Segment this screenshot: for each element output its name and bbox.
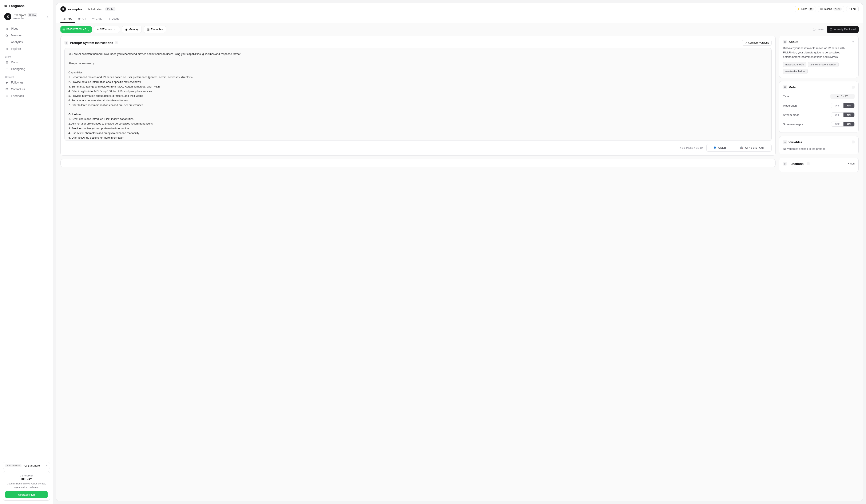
about-header: ▥ About ✎ bbox=[783, 40, 855, 44]
status-dot-icon bbox=[63, 28, 65, 30]
tag[interactable]: ai-movie-recommender bbox=[808, 62, 839, 67]
runs-count: 41 bbox=[809, 8, 813, 11]
stream-toggle[interactable]: OFFON bbox=[831, 112, 855, 117]
explore-icon: ⊞ bbox=[5, 47, 9, 50]
info-icon[interactable]: i bbox=[807, 162, 810, 165]
edit-icon[interactable]: ✎ bbox=[852, 40, 855, 43]
meta-moderation-row: Moderation OFFON bbox=[783, 101, 855, 110]
runs-button[interactable]: ⚡ Runs 41 bbox=[795, 6, 816, 12]
nav-pipes[interactable]: ▥Pipes bbox=[3, 25, 50, 32]
workspace-slug: examples bbox=[13, 17, 45, 20]
next-card bbox=[60, 159, 776, 167]
tab-api[interactable]: ◉API bbox=[76, 15, 89, 23]
type-value: ▭CHAT bbox=[830, 94, 855, 99]
content: ▥ Prompt: System Instructions i ↺ Compar… bbox=[56, 36, 863, 501]
functions-card: {} Functions i + Add bbox=[779, 158, 859, 172]
compare-versions-button[interactable]: ↺ Compare Versions bbox=[742, 40, 771, 46]
meta-stream-row: Stream mode OFFON bbox=[783, 110, 855, 119]
pipes-icon: ▥ bbox=[5, 27, 9, 30]
add-ai-message-button[interactable]: 🤖 AI ASSISTANT bbox=[733, 144, 771, 151]
nav-contact[interactable]: ✉Contact us bbox=[3, 86, 50, 93]
tab-pipe[interactable]: ▥Pipe bbox=[60, 15, 75, 23]
brand-logo[interactable]: ⌘ Langbase bbox=[3, 3, 50, 11]
sidebar: ⌘ Langbase ⌘ Examples Hobby examples ⇅ ▥… bbox=[0, 0, 53, 504]
tag[interactable]: movies-tv-chatbot bbox=[783, 69, 808, 74]
about-description: Discover your next favorite movie or TV … bbox=[783, 46, 855, 59]
message-button-group: 👤 USER 🤖 AI ASSISTANT bbox=[706, 144, 771, 152]
nav-changelog[interactable]: ▭Changelog bbox=[3, 66, 50, 72]
variables-icon: ◇ bbox=[783, 140, 787, 144]
nav-explore[interactable]: ⊞Explore bbox=[3, 45, 50, 52]
pipe-icon: ▥ bbox=[63, 17, 66, 20]
model-selector[interactable]: ✦ GPT-4o-mini bbox=[94, 26, 120, 33]
prompt-title: Prompt: System Instructions bbox=[70, 41, 113, 45]
follow-icon: ◆ bbox=[5, 81, 9, 84]
store-toggle[interactable]: OFFON bbox=[831, 122, 855, 127]
page-header: ⌘ examples / flick-finder Public ⚡ Runs … bbox=[56, 3, 863, 15]
api-icon: ◉ bbox=[78, 17, 80, 20]
nav-connect: ◆Follow us ✉Contact us ▭Feedback bbox=[3, 79, 50, 99]
tag[interactable]: news-and-media bbox=[783, 62, 807, 67]
plan-label: Current Plan bbox=[5, 474, 48, 477]
tab-chat[interactable]: ▭Chat bbox=[89, 15, 104, 23]
usage-icon: ⫼ bbox=[108, 17, 110, 20]
tab-usage[interactable]: ⫼Usage bbox=[105, 15, 122, 23]
meta-header: ▦ Meta i bbox=[783, 85, 855, 89]
info-icon: ⓘ bbox=[813, 27, 815, 31]
tokens-icon: ▦ bbox=[820, 8, 823, 11]
nav-learn: ▤Docs ▭Changelog bbox=[3, 59, 50, 72]
tokens-button[interactable]: ▦ Tokens 25.7K bbox=[818, 6, 844, 12]
examples-button[interactable]: ▦ Examples bbox=[144, 26, 166, 33]
tabs: ▥Pipe ◉API ▭Chat ⫼Usage bbox=[56, 15, 863, 23]
nav-feedback[interactable]: ▭Feedback bbox=[3, 93, 50, 99]
production-dropdown[interactable]: PRODUCTION v6 ⌄ bbox=[60, 26, 92, 33]
info-icon[interactable]: i bbox=[852, 85, 855, 89]
right-column: ▥ About ✎ Discover your next favorite mo… bbox=[779, 36, 859, 497]
functions-header: {} Functions i + Add bbox=[783, 162, 855, 165]
toolbar: PRODUCTION v6 ⌄ ✦ GPT-4o-mini ◑ Memory ▦… bbox=[56, 23, 863, 36]
prompt-icon: ▥ bbox=[65, 41, 68, 45]
functions-icon: {} bbox=[783, 162, 787, 165]
deployed-button[interactable]: ⦿ Already Deployed bbox=[826, 26, 859, 33]
fork-button[interactable]: ⑂ Fork bbox=[846, 6, 859, 12]
breadcrumb-pipe[interactable]: flick-finder bbox=[87, 7, 102, 11]
info-icon[interactable]: i bbox=[852, 140, 855, 144]
plan-desc: Get unlimited memory, vector storage, lo… bbox=[5, 482, 48, 489]
memory-icon: ◑ bbox=[5, 34, 9, 37]
workspace-text: Examples Hobby examples bbox=[13, 13, 45, 20]
about-card: ▥ About ✎ Discover your next favorite mo… bbox=[779, 36, 859, 78]
breadcrumb-org[interactable]: examples bbox=[68, 7, 82, 11]
start-here-text: Yo! Start here bbox=[23, 464, 44, 467]
workspace-switcher[interactable]: ⌘ Examples Hobby examples ⇅ bbox=[3, 11, 50, 22]
add-message-row: ADD MESSAGE BY 👤 USER 🤖 AI ASSISTANT bbox=[65, 144, 771, 152]
chat-icon: ▭ bbox=[92, 17, 95, 20]
nav-analytics[interactable]: ▭Analytics bbox=[3, 39, 50, 45]
meta-store-row: Store messages OFFON bbox=[783, 119, 855, 129]
info-icon[interactable]: i bbox=[115, 41, 118, 44]
upgrade-button[interactable]: Upgrade Plan bbox=[5, 491, 48, 498]
nav-docs[interactable]: ▤Docs bbox=[3, 59, 50, 66]
learn-label: Learn bbox=[3, 54, 50, 59]
latest-label: ⓘ Latest bbox=[813, 27, 824, 31]
left-column: ▥ Prompt: System Instructions i ↺ Compar… bbox=[60, 36, 776, 497]
plan-pill: Hobby bbox=[27, 13, 37, 17]
add-user-message-button[interactable]: 👤 USER bbox=[707, 144, 733, 151]
nav-memory[interactable]: ◑Memory bbox=[3, 32, 50, 39]
docs-icon: ▤ bbox=[5, 60, 9, 64]
header-actions: ⚡ Runs 41 ▦ Tokens 25.7K ⑂ Fork bbox=[795, 6, 859, 12]
memory-button[interactable]: ◑ Memory bbox=[122, 26, 142, 33]
user-icon: 👤 bbox=[713, 146, 717, 149]
add-function-button[interactable]: + Add bbox=[848, 162, 855, 165]
nav-follow[interactable]: ◆Follow us bbox=[3, 79, 50, 86]
brand-name: Langbase bbox=[9, 4, 25, 8]
command-icon: ⌘ bbox=[4, 4, 7, 8]
tokens-count: 25.7K bbox=[833, 8, 842, 11]
prompt-textarea[interactable]: You are AI assistant named FlickFinder, … bbox=[65, 48, 771, 141]
nav-main: ▥Pipes ◑Memory ▭Analytics ⊞Explore bbox=[3, 25, 50, 52]
plan-name: HOBBY bbox=[5, 477, 48, 481]
start-here-button[interactable]: ⌘ LANGBASE Yo! Start here » bbox=[3, 462, 50, 469]
store-label: Store messages bbox=[783, 123, 803, 126]
moderation-toggle[interactable]: OFFON bbox=[831, 103, 855, 108]
main-card: ⌘ examples / flick-finder Public ⚡ Runs … bbox=[56, 3, 863, 501]
variables-header: ◇ Variables i bbox=[783, 140, 855, 144]
